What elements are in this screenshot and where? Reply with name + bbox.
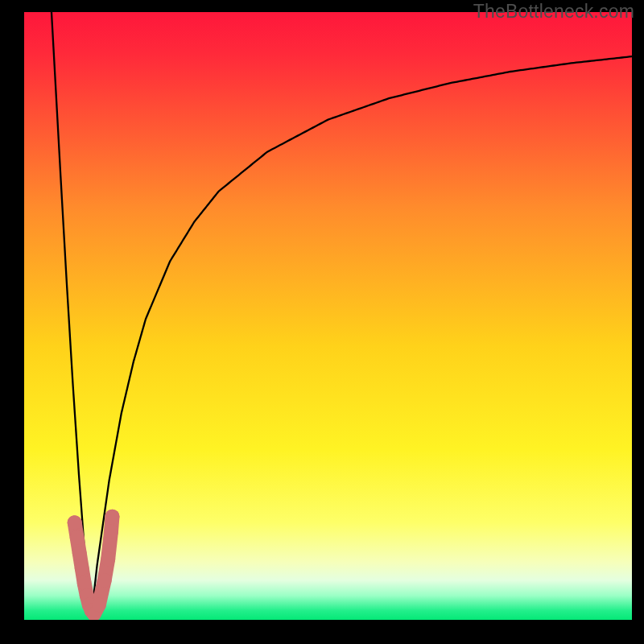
dot-point xyxy=(77,576,92,591)
curve-layer xyxy=(24,12,632,620)
dot-point xyxy=(101,552,115,567)
curve-bottleneck-right xyxy=(91,56,632,620)
chart-frame: TheBottleneck.com xyxy=(0,0,644,644)
dot-point xyxy=(70,530,85,545)
dot-point xyxy=(97,573,112,588)
watermark-text: TheBottleneck.com xyxy=(473,1,634,23)
dot-point xyxy=(75,561,89,576)
dot-point xyxy=(92,597,106,612)
dot-point xyxy=(72,546,87,560)
dot-point xyxy=(105,510,119,524)
dot-point xyxy=(68,515,82,530)
dot-point xyxy=(104,525,118,539)
plot-area xyxy=(24,12,632,620)
